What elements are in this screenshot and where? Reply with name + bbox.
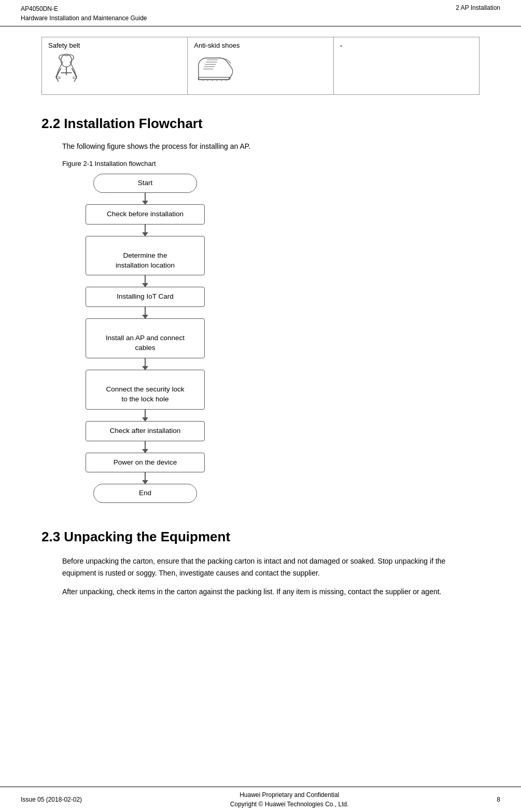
arrow-1: [145, 193, 146, 204]
figure-caption: Figure 2-1 Installation flowchart: [62, 160, 480, 167]
arrow-2: [145, 225, 146, 236]
header-title: AP4050DN-E Hardware Installation and Mai…: [21, 4, 147, 23]
safety-belt-label: Safety belt: [48, 41, 181, 49]
end-box: End: [93, 484, 197, 503]
section-23: 2.3 Unpacking the Equipment Before unpac…: [41, 529, 480, 597]
table-cell-antiskid: Anti-skid shoes: [188, 37, 333, 95]
flowchart-determine-location-node: Determine the installation location: [86, 236, 205, 276]
svg-line-5: [56, 77, 59, 82]
figure-caption-normal: Installation flowchart: [93, 160, 156, 167]
footer-issue: Issue 05 (2018-02-02): [21, 796, 82, 803]
arrow-7: [145, 441, 146, 453]
flowchart-container: Start Check before installation Determin…: [62, 174, 480, 503]
section-23-para2: After unpacking, check items in the cart…: [62, 586, 480, 597]
arrow-5: [145, 358, 146, 370]
tools-table: Safety belt: [41, 37, 480, 95]
arrow-6: [145, 410, 146, 421]
footer-page: 8: [497, 796, 500, 803]
document-footer: Issue 05 (2018-02-02) Huawei Proprietary…: [0, 787, 521, 812]
footer-company: Huawei Proprietary and Confidential Copy…: [230, 790, 349, 809]
safety-belt-icon: [48, 52, 85, 89]
determine-location-box: Determine the installation location: [86, 236, 205, 276]
section-23-body: Before unpacking the carton, ensure that…: [62, 555, 480, 597]
flowchart-installing-iot-node: Installing IoT Card: [86, 287, 205, 307]
installing-iot-box: Installing IoT Card: [86, 287, 205, 307]
document-header: AP4050DN-E Hardware Installation and Mai…: [0, 0, 521, 26]
main-content: Safety belt: [0, 26, 521, 626]
install-ap-box: Install an AP and connect cables: [86, 318, 205, 358]
check-after-box: Check after installation: [86, 421, 205, 441]
svg-rect-7: [57, 77, 60, 79]
section-23-para1: Before unpacking the carton, ensure that…: [62, 555, 480, 579]
flowchart-check-before-node: Check before installation: [86, 204, 205, 225]
flowchart-end-node: End: [93, 484, 197, 503]
section-23-heading: 2.3 Unpacking the Equipment: [41, 529, 480, 545]
power-on-box: Power on the device: [86, 453, 205, 473]
arrow-3: [145, 275, 146, 287]
security-lock-box: Connect the security lock to the lock ho…: [86, 370, 205, 410]
section-22: 2.2 Installation Flowchart The following…: [41, 116, 480, 503]
start-box: Start: [93, 174, 197, 193]
flowchart-power-on-node: Power on the device: [86, 453, 205, 473]
flowchart-start-node: Start: [93, 174, 197, 193]
table-cell-safety-belt: Safety belt: [42, 37, 188, 95]
figure-caption-bold: Figure 2-1: [62, 160, 93, 167]
antiskid-label: Anti-skid shoes: [194, 41, 327, 49]
header-section: 2 AP Installation: [456, 4, 500, 11]
installation-flowchart: Start Check before installation Determin…: [62, 174, 228, 503]
dash-label: -: [340, 41, 473, 50]
section-22-heading: 2.2 Installation Flowchart: [41, 116, 480, 132]
arrow-4: [145, 307, 146, 318]
check-before-box: Check before installation: [86, 204, 205, 225]
antiskid-shoes-icon: [194, 52, 235, 86]
flowchart-check-after-node: Check after installation: [86, 421, 205, 441]
table-cell-dash: -: [333, 37, 479, 95]
flowchart-install-ap-node: Install an AP and connect cables: [86, 318, 205, 358]
flowchart-security-lock-node: Connect the security lock to the lock ho…: [86, 370, 205, 410]
arrow-8: [145, 472, 146, 484]
svg-point-0: [61, 54, 72, 67]
section-22-intro: The following figure shows the process f…: [62, 142, 480, 150]
